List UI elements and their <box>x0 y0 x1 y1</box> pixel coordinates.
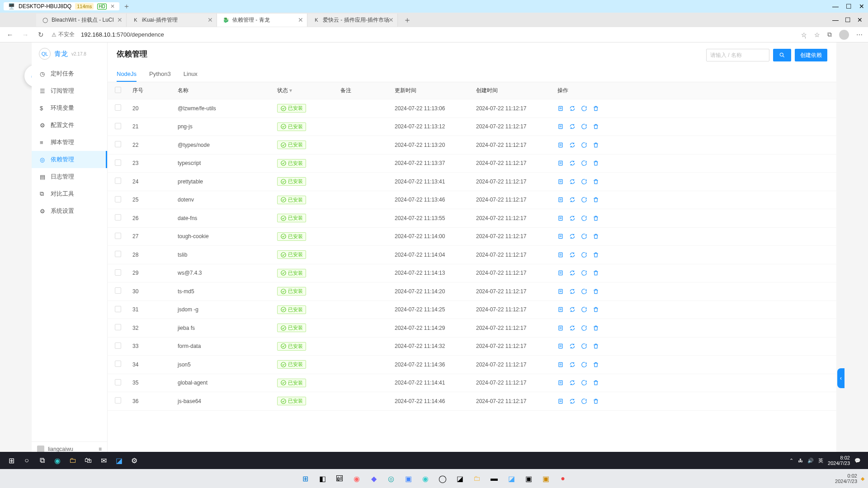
delete-icon[interactable] <box>593 178 599 185</box>
view-log-icon[interactable] <box>557 197 564 203</box>
retry-icon[interactable] <box>581 105 587 112</box>
row-checkbox[interactable] <box>115 251 121 257</box>
edge-icon[interactable]: ◉ <box>50 453 65 468</box>
reinstall-icon[interactable] <box>569 197 576 203</box>
delete-icon[interactable] <box>593 160 599 166</box>
retry-icon[interactable] <box>581 160 587 166</box>
row-checkbox[interactable] <box>115 160 121 166</box>
column-status[interactable]: 状态 ▾ <box>273 82 336 99</box>
retry-icon[interactable] <box>581 380 587 386</box>
close-tab-icon[interactable]: ✕ <box>117 16 123 23</box>
row-checkbox[interactable] <box>115 196 121 202</box>
host-app10-icon[interactable]: ▣ <box>539 472 552 485</box>
delete-icon[interactable] <box>593 233 599 239</box>
delete-icon[interactable] <box>593 252 599 258</box>
delete-icon[interactable] <box>593 288 599 295</box>
read-mode-icon[interactable]: ☆̣ <box>801 31 807 38</box>
minimize-icon[interactable]: — <box>832 3 839 10</box>
host-app7-icon[interactable]: ◪ <box>453 472 466 485</box>
browser-tab[interactable]: 🐉 依赖管理 - 青龙 ✕ <box>217 14 307 27</box>
host-app3-icon[interactable]: ◉ <box>350 472 363 485</box>
host-start-icon[interactable]: ⊞ <box>299 472 311 485</box>
maximize-icon[interactable]: ☐ <box>846 3 852 10</box>
retry-icon[interactable] <box>581 270 587 276</box>
retry-icon[interactable] <box>581 233 587 239</box>
explorer-icon[interactable]: 🗀 <box>65 453 80 468</box>
store-icon[interactable]: 🛍 <box>80 453 96 468</box>
profile-avatar[interactable] <box>839 30 849 40</box>
view-log-icon[interactable] <box>557 270 564 276</box>
column-note[interactable]: 备注 <box>336 82 390 99</box>
sidebar-item[interactable]: ⧉ 对比工具 <box>32 185 107 202</box>
host-app4-icon[interactable]: ◆ <box>368 472 380 485</box>
browser-tab[interactable]: ◯ BleachWrt - 挂载点 - LuCI ✕ <box>36 14 127 27</box>
retry-icon[interactable] <box>581 197 587 203</box>
reinstall-icon[interactable] <box>569 105 576 112</box>
collections-icon[interactable]: ⧉ <box>827 31 832 38</box>
column-create[interactable]: 创建时间 <box>472 82 553 99</box>
sidebar-item[interactable]: ◎ 依赖管理 <box>32 151 107 168</box>
reinstall-icon[interactable] <box>569 142 576 148</box>
retry-icon[interactable] <box>581 252 587 258</box>
host-app8-icon[interactable]: ▬ <box>488 472 500 485</box>
volume-icon[interactable]: 🔊 <box>807 458 814 464</box>
host-edge-icon[interactable]: ◉ <box>419 472 432 485</box>
tab[interactable]: NodeJs <box>117 67 137 82</box>
row-checkbox[interactable] <box>115 379 121 385</box>
row-checkbox[interactable] <box>115 324 121 330</box>
sidebar-item[interactable]: $ 环境变量 <box>32 99 107 117</box>
search-button[interactable] <box>773 49 791 61</box>
reinstall-icon[interactable] <box>569 361 576 368</box>
reinstall-icon[interactable] <box>569 160 576 166</box>
brand[interactable]: QL 青龙 v2.17.8 <box>32 42 107 65</box>
retry-icon[interactable] <box>581 325 587 331</box>
reinstall-icon[interactable] <box>569 343 576 349</box>
retry-icon[interactable] <box>581 398 587 404</box>
retry-icon[interactable] <box>581 361 587 368</box>
row-checkbox[interactable] <box>115 269 121 276</box>
retry-icon[interactable] <box>581 343 587 349</box>
view-log-icon[interactable] <box>557 123 564 130</box>
browser-close-icon[interactable]: ✕ <box>857 16 863 23</box>
row-checkbox[interactable] <box>115 214 121 221</box>
reinstall-icon[interactable] <box>569 215 576 221</box>
close-window-icon[interactable]: ✕ <box>859 3 864 10</box>
view-log-icon[interactable] <box>557 380 564 386</box>
host-todesk-icon[interactable]: ◪ <box>505 472 518 485</box>
create-button[interactable]: 创建依赖 <box>795 49 827 61</box>
sidebar-item[interactable]: ≡ 脚本管理 <box>32 134 107 151</box>
retry-icon[interactable] <box>581 142 587 148</box>
forward-icon[interactable]: → <box>21 31 30 38</box>
close-tab-icon[interactable]: ✕ <box>298 16 303 23</box>
reinstall-icon[interactable] <box>569 288 576 295</box>
reinstall-icon[interactable] <box>569 252 576 258</box>
sidebar-item[interactable]: ▤ 日志管理 <box>32 168 107 185</box>
tray-expand-icon[interactable]: ⌃ <box>789 458 793 464</box>
view-log-icon[interactable] <box>557 178 564 185</box>
view-log-icon[interactable] <box>557 361 564 368</box>
table-scroll[interactable]: 序号 名称 状态 ▾ 备注 更新时间 创建时间 操作 20 @lzwme/fe-… <box>108 82 836 456</box>
view-log-icon[interactable] <box>557 325 564 331</box>
column-update[interactable]: 更新时间 <box>390 82 472 99</box>
side-pull-tab[interactable]: ‹ <box>837 368 844 388</box>
task-view-icon[interactable]: ⧉ <box>34 453 50 468</box>
tab[interactable]: Linux <box>184 67 198 82</box>
column-name[interactable]: 名称 <box>173 82 273 99</box>
reinstall-icon[interactable] <box>569 233 576 239</box>
search-input[interactable] <box>706 49 769 61</box>
delete-icon[interactable] <box>593 270 599 276</box>
filter-icon[interactable]: ▾ <box>289 87 292 94</box>
favorites-icon[interactable]: ☆ <box>814 31 820 38</box>
view-log-icon[interactable] <box>557 398 564 404</box>
row-checkbox[interactable] <box>115 104 121 111</box>
row-checkbox[interactable] <box>115 178 121 184</box>
tab[interactable]: Python3 <box>149 67 171 82</box>
delete-icon[interactable] <box>593 380 599 386</box>
retry-icon[interactable] <box>581 306 587 313</box>
settings-icon[interactable]: ⚙ <box>127 453 142 468</box>
row-checkbox[interactable] <box>115 141 121 147</box>
todesk-icon[interactable]: ◪ <box>111 453 127 468</box>
host-app6-icon[interactable]: ▣ <box>402 472 415 485</box>
select-all-checkbox[interactable] <box>115 87 121 93</box>
browser-maximize-icon[interactable]: ☐ <box>845 16 851 23</box>
